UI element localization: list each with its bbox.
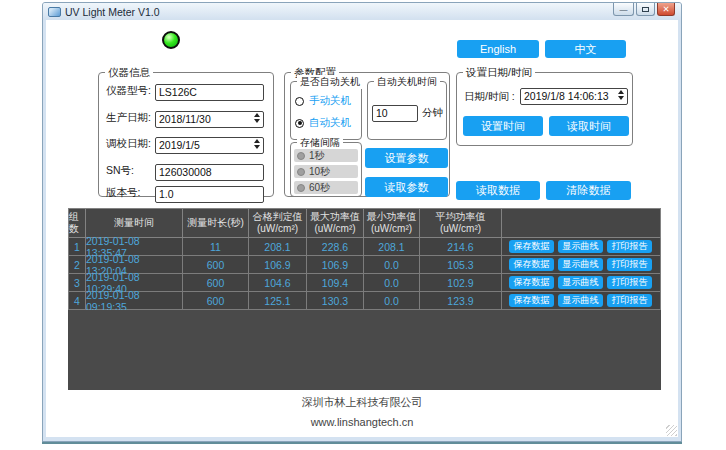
interval-1s-label: 1秒 (309, 149, 325, 163)
window-controls: — ✕ (613, 3, 675, 16)
save-data-button[interactable]: 保存数据 (509, 258, 554, 271)
datetime-input[interactable] (520, 88, 628, 105)
radio-auto-shutdown[interactable]: 自动关机 (295, 116, 351, 130)
print-report-button[interactable]: 打印报告 (607, 276, 652, 289)
header-line1: 最大功率值 (310, 211, 360, 224)
sn-input[interactable] (155, 164, 264, 181)
version-input[interactable] (155, 186, 264, 203)
print-report-button[interactable]: 打印报告 (607, 240, 652, 253)
radio-interval-1s[interactable]: 1秒 (294, 149, 358, 162)
show-curve-button[interactable]: 显示曲线 (558, 240, 603, 253)
cell-row-actions: 保存数据 显示曲线 打印报告 (502, 256, 661, 274)
header-line1: 测量时长(秒) (187, 217, 244, 230)
cell-max-power: 109.4 (307, 274, 364, 292)
read-params-button[interactable]: 读取参数 (365, 177, 448, 197)
spinner-icon[interactable] (254, 109, 260, 126)
close-button[interactable]: ✕ (657, 3, 675, 16)
table-header-cell: 最小功率值 (uW/cm²) (364, 208, 420, 238)
cell-pass-value: 125.1 (249, 292, 307, 310)
clear-data-button[interactable]: 清除数据 (546, 181, 631, 200)
calibration-date-input[interactable] (155, 137, 264, 154)
english-button[interactable]: English (457, 40, 539, 58)
cell-max-power: 228.6 (307, 238, 364, 256)
spinner-icon[interactable] (254, 135, 260, 152)
radio-interval-60s[interactable]: 60秒 (294, 181, 358, 194)
save-data-button[interactable]: 保存数据 (509, 276, 554, 289)
set-params-button[interactable]: 设置参数 (365, 148, 448, 168)
maximize-button[interactable] (636, 3, 655, 16)
cell-avg-power: 102.9 (420, 274, 502, 292)
desktop: UV Light Meter V1.0 — ✕ English 中文 仪器信息 … (0, 0, 726, 450)
cell-pass-value: 208.1 (249, 238, 307, 256)
app-window: UV Light Meter V1.0 — ✕ English 中文 仪器信息 … (42, 2, 682, 442)
print-report-button[interactable]: 打印报告 (607, 258, 652, 271)
auto-shutdown-group-label: 是否自动关机 (297, 75, 363, 89)
spinner-icon[interactable] (618, 86, 624, 103)
calibration-date-field-row: 调校日期: (106, 135, 264, 152)
cell-min-power: 0.0 (364, 274, 420, 292)
radio-disabled-icon (297, 184, 305, 192)
shutdown-time-group-label: 自动关机时间 (374, 75, 440, 89)
header-line1: 组数 (69, 211, 85, 236)
title-bar[interactable]: UV Light Meter V1.0 — ✕ (43, 3, 681, 20)
interval-60s-label: 60秒 (309, 181, 330, 195)
calibration-date-label: 调校日期: (106, 137, 155, 151)
save-data-button[interactable]: 保存数据 (509, 294, 554, 307)
cell-measure-time: 2019-01-08 09:19:35 (86, 292, 183, 310)
production-date-input[interactable] (155, 111, 264, 128)
interval-10s-label: 10秒 (309, 165, 330, 179)
minimize-button[interactable]: — (613, 3, 634, 16)
minutes-unit-label: 分钟 (422, 106, 443, 120)
instrument-info-group-label: 仪器信息 (105, 66, 153, 80)
show-curve-button[interactable]: 显示曲线 (558, 258, 603, 271)
show-curve-button[interactable]: 显示曲线 (558, 294, 603, 307)
read-data-button[interactable]: 读取数据 (456, 181, 540, 200)
radio-disabled-icon (297, 168, 305, 176)
print-report-button[interactable]: 打印报告 (607, 294, 652, 307)
datetime-group: 设置日期/时间 日期/时间 : 设置时间 读取时间 (456, 72, 633, 146)
model-label: 仪器型号: (106, 84, 155, 98)
cell-min-power: 0.0 (364, 256, 420, 274)
cell-pass-value: 106.9 (249, 256, 307, 274)
radio-disabled-icon (297, 152, 305, 160)
cell-max-power: 106.9 (307, 256, 364, 274)
radio-checked-icon (295, 119, 304, 128)
table-empty-area (68, 310, 661, 390)
version-label: 版本号: (106, 186, 155, 200)
table-header-cell: 测量时长(秒) (183, 208, 249, 238)
cell-group-index: 1 (68, 238, 86, 256)
production-date-label: 生产日期: (106, 111, 155, 125)
auto-shutdown-group: 是否自动关机 手动关机 自动关机 (290, 81, 362, 140)
table-header-cell: 平均功率值 (uW/cm²) (420, 208, 502, 238)
header-line2: (uW/cm²) (314, 223, 355, 236)
cell-min-power: 0.0 (364, 292, 420, 310)
manual-shutdown-label: 手动关机 (309, 94, 351, 108)
header-line1: 最小功率值 (367, 211, 417, 224)
model-input[interactable] (155, 84, 264, 101)
table-header-cell: 测量时间 (86, 208, 183, 238)
header-line2: (uW/cm²) (257, 223, 298, 236)
cell-max-power: 130.3 (307, 292, 364, 310)
header-line1: 测量时间 (114, 217, 154, 230)
resize-grip[interactable] (666, 425, 677, 436)
cell-row-actions: 保存数据 显示曲线 打印报告 (502, 238, 661, 256)
cell-duration: 600 (183, 274, 249, 292)
window-title: UV Light Meter V1.0 (65, 6, 160, 18)
cell-row-actions: 保存数据 显示曲线 打印报告 (502, 292, 661, 310)
cell-duration: 600 (183, 256, 249, 274)
cell-avg-power: 105.3 (420, 256, 502, 274)
save-data-button[interactable]: 保存数据 (509, 240, 554, 253)
table-header-cell: 最大功率值 (uW/cm²) (307, 208, 364, 238)
read-time-button[interactable]: 读取时间 (549, 116, 629, 136)
model-field-row: 仪器型号: (106, 82, 264, 99)
chinese-button[interactable]: 中文 (545, 40, 626, 58)
header-line1: 合格判定值 (253, 211, 303, 224)
set-time-button[interactable]: 设置时间 (463, 116, 543, 136)
shutdown-time-input[interactable] (372, 105, 418, 122)
radio-interval-10s[interactable]: 10秒 (294, 165, 358, 178)
website-link[interactable]: www.linshangtech.cn (46, 416, 678, 428)
show-curve-button[interactable]: 显示曲线 (558, 276, 603, 289)
table-header-row: 组数 测量时间 测量时长(秒) 合格判定值 (uW/cm²) 最大功率值 (uW… (68, 208, 661, 238)
table-row[interactable]: 4 2019-01-08 09:19:35 600 125.1 130.3 0.… (68, 292, 661, 310)
radio-manual-shutdown[interactable]: 手动关机 (295, 94, 351, 108)
